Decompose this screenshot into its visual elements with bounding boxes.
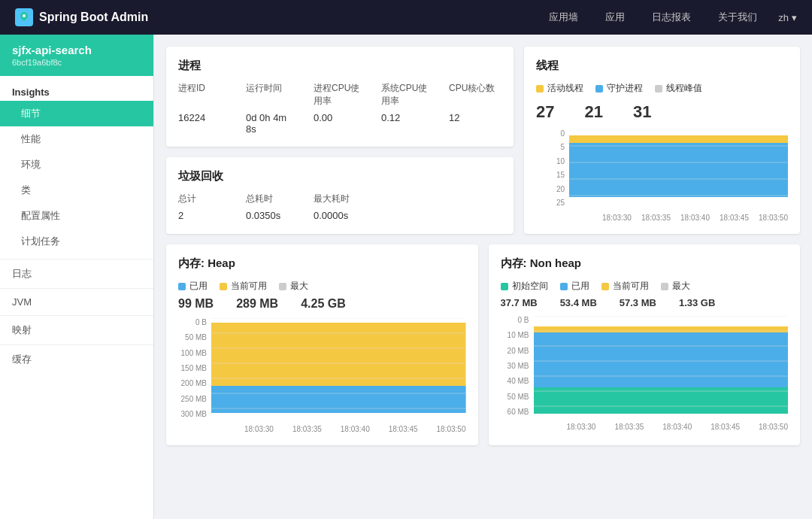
sidebar-item-detail[interactable]: 细节 (0, 101, 153, 126)
heap-dot-used (178, 283, 186, 290)
process-values: 16224 0d 0h 4m 8s 0.00 0.12 12 (178, 112, 501, 135)
nonheap-y-axis: 60 MB 50 MB 40 MB 30 MB 20 MB 10 MB 0 B (501, 316, 532, 416)
thread-stat-peak: 31 (633, 102, 651, 122)
app-id: 6bcf19a6bf8c (12, 58, 141, 67)
heap-val-max: 4.25 GB (301, 297, 346, 311)
thread-val-active: 27 (536, 102, 554, 122)
nonheap-val-used: 53.4 MB (560, 297, 597, 308)
legend-active: 活动线程 (536, 82, 583, 95)
svg-point-0 (23, 14, 26, 17)
heap-legend-avail: 当前可用 (220, 280, 267, 293)
heap-card: 内存: Heap 已用 当前可用 最大 (166, 244, 478, 445)
threads-title: 线程 (536, 59, 788, 73)
nav-item-wall[interactable]: 应用墙 (543, 8, 584, 27)
nonheap-x-labels: 18:03:30 18:03:35 18:03:40 18:03:45 18:0… (534, 423, 789, 431)
sidebar-item-jvm[interactable]: JVM (0, 288, 153, 315)
sidebar-item-mapping[interactable]: 映射 (0, 315, 153, 344)
process-val-4: 12 (449, 112, 501, 135)
process-val-0: 16224 (178, 112, 231, 135)
heap-chart (211, 318, 466, 423)
process-header-3: 系统CPU使用率 (381, 82, 434, 108)
nav-lang[interactable]: zh ▾ (778, 12, 797, 23)
gc-header-2: 最大耗时 (314, 193, 366, 205)
nonheap-dot-avail (601, 283, 609, 290)
process-header-2: 进程CPU使用率 (314, 82, 366, 108)
sidebar-item-tasks[interactable]: 计划任务 (0, 229, 153, 254)
heap-title: 内存: Heap (178, 256, 466, 271)
gc-card: 垃圾回收 总计 总耗时 最大耗时 2 0.0350s 0.0000s (166, 157, 514, 234)
heap-legend: 已用 当前可用 最大 (178, 280, 466, 293)
gc-header-0: 总计 (178, 193, 231, 205)
thread-val-daemon: 21 (584, 102, 602, 122)
legend-dot-daemon (595, 85, 603, 93)
heap-val-used: 99 MB (178, 297, 214, 311)
heap-stat-used: 99 MB (178, 297, 214, 311)
sidebar-item-cache[interactable]: 缓存 (0, 344, 153, 374)
brand-name: Spring Boot Admin (39, 11, 148, 24)
legend-dot-active (536, 85, 544, 93)
layout: sjfx-api-search 6bcf19a6bf8c Insights 细节… (0, 35, 812, 519)
process-headers: 进程ID 运行时间 进程CPU使用率 系统CPU使用率 CPU核心数 (178, 82, 501, 108)
gc-headers: 总计 总耗时 最大耗时 (178, 193, 501, 205)
heap-legend-max: 最大 (279, 280, 308, 293)
main-content: 进程 进程ID 运行时间 进程CPU使用率 系统CPU使用率 CPU核心数 16… (154, 35, 812, 519)
sidebar-item-logs[interactable]: 日志 (0, 259, 153, 288)
nonheap-chart (534, 316, 789, 421)
legend-dot-peak (655, 85, 662, 93)
process-val-2: 0.00 (314, 112, 366, 135)
heap-dot-max (279, 283, 286, 290)
svg-rect-9 (211, 386, 466, 413)
nonheap-legend: 初始空间 已用 当前可用 最大 (501, 280, 789, 293)
process-val-3: 0.12 (381, 112, 434, 135)
sidebar-item-environment[interactable]: 环境 (0, 152, 153, 178)
thread-chart-container: 25 20 15 10 5 0 (536, 129, 788, 222)
process-card: 进程 进程ID 运行时间 进程CPU使用率 系统CPU使用率 CPU核心数 16… (166, 47, 514, 147)
sidebar-item-performance[interactable]: 性能 (0, 126, 153, 152)
gc-title: 垃圾回收 (178, 169, 501, 184)
heap-dot-avail (220, 283, 227, 290)
sidebar-header: sjfx-api-search 6bcf19a6bf8c (0, 35, 153, 76)
svg-rect-18 (534, 331, 789, 387)
brand-icon (15, 8, 33, 26)
nonheap-chart-container: 60 MB 50 MB 40 MB 30 MB 20 MB 10 MB 0 B (501, 316, 789, 431)
nonheap-val-avail: 57.3 MB (620, 297, 656, 308)
nav-item-about[interactable]: 关于我们 (712, 8, 763, 27)
gc-values: 2 0.0350s 0.0000s (178, 210, 501, 221)
legend-label-peak: 线程峰值 (666, 82, 702, 95)
nav-item-app[interactable]: 应用 (599, 8, 631, 27)
sidebar-item-config[interactable]: 配置属性 (0, 203, 153, 229)
heap-x-labels: 18:03:30 18:03:35 18:03:40 18:03:45 18:0… (211, 425, 466, 433)
thread-legend: 活动线程 守护进程 线程峰值 (536, 82, 788, 95)
legend-label-daemon: 守护进程 (607, 82, 643, 95)
process-val-1: 0d 0h 4m 8s (246, 112, 298, 135)
heap-chart-container: 300 MB 250 MB 200 MB 150 MB 100 MB 50 MB… (178, 318, 466, 433)
gc-val-0: 2 (178, 210, 231, 221)
threads-card: 线程 活动线程 守护进程 线程峰值 (524, 47, 800, 234)
process-header-0: 进程ID (178, 82, 231, 108)
nonheap-stat-used: 53.4 MB (560, 297, 597, 308)
app-name: sjfx-api-search (12, 44, 141, 56)
nonheap-val-max: 1.33 GB (679, 297, 715, 308)
nonheap-title: 内存: Non heap (501, 256, 789, 271)
sidebar-item-class[interactable]: 类 (0, 178, 153, 203)
nav-item-logs[interactable]: 日志报表 (646, 8, 697, 27)
brand: Spring Boot Admin (15, 8, 148, 26)
svg-rect-1 (569, 143, 788, 197)
thread-x-labels: 18:03:30 18:03:35 18:03:40 18:03:45 18:0… (569, 214, 788, 222)
gc-header-1: 总耗时 (246, 193, 298, 205)
nonheap-dot-used (560, 283, 568, 290)
legend-peak: 线程峰值 (655, 82, 702, 95)
gc-val-1: 0.0350s (246, 210, 298, 221)
thread-chart (569, 129, 788, 212)
process-header-4: CPU核心数 (449, 82, 501, 108)
insights-section: Insights 细节 性能 环境 类 配置属性 计划任务 (0, 76, 153, 259)
heap-stats: 99 MB 289 MB 4.25 GB (178, 297, 466, 311)
svg-rect-2 (569, 135, 788, 143)
nonheap-stat-init: 37.7 MB (501, 297, 538, 308)
thread-stats: 27 21 31 (536, 102, 788, 122)
nonheap-dot-init (501, 283, 508, 290)
nonheap-stat-max: 1.33 GB (679, 297, 715, 308)
heap-legend-used: 已用 (178, 280, 208, 293)
row-process-threads: 进程 进程ID 运行时间 进程CPU使用率 系统CPU使用率 CPU核心数 16… (166, 47, 800, 234)
sidebar: sjfx-api-search 6bcf19a6bf8c Insights 细节… (0, 35, 154, 519)
